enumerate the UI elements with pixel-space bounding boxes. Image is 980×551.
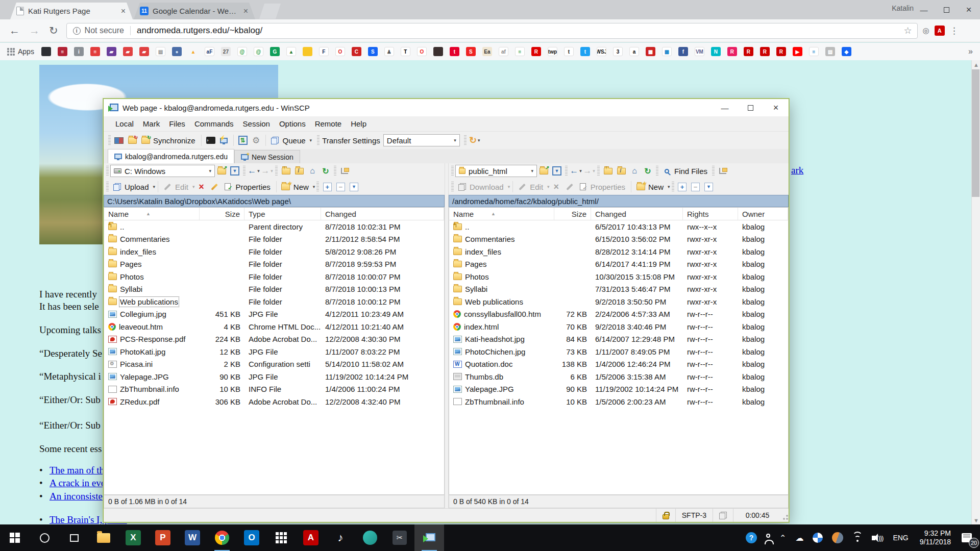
maximize-button[interactable] xyxy=(935,0,958,19)
bookmark-favicon[interactable] xyxy=(41,47,51,56)
filter-icon[interactable]: ▼ xyxy=(550,165,564,177)
forward-navigation-icon[interactable]: →▾ xyxy=(260,165,274,177)
file-row[interactable]: index_files 8/28/2012 3:14:14 PM rwxr-xr… xyxy=(449,245,788,258)
edit-icon[interactable] xyxy=(516,181,529,193)
winscp-minimize-button[interactable]: — xyxy=(712,99,738,116)
bookmark-favicon[interactable]: @ xyxy=(254,47,263,56)
app-tray-icon[interactable] xyxy=(827,524,848,551)
bookmark-favicon[interactable]: ▤ xyxy=(825,47,835,56)
menu-options[interactable]: Options xyxy=(275,117,310,130)
new-icon[interactable]: ★ xyxy=(634,181,647,193)
queue-dropdown-icon[interactable]: ▾ xyxy=(310,138,312,143)
bookmark-favicon[interactable]: ▲ xyxy=(286,47,296,56)
bookmark-favicon[interactable]: ▲ xyxy=(188,47,198,56)
file-row[interactable]: Web publications File folder 8/7/2018 10… xyxy=(104,295,444,308)
refresh-panels-icon[interactable]: ⇅ xyxy=(236,134,250,146)
column-header-changed[interactable]: Changed xyxy=(321,208,444,220)
page-link-fragment[interactable]: ark xyxy=(791,165,803,176)
remote-path-bar[interactable]: /andromeda/home/fac2/kbalog/public_html/ xyxy=(449,195,789,207)
bookmark-favicon[interactable]: ≡ xyxy=(90,47,100,56)
dropbox-icon[interactable] xyxy=(808,524,827,551)
taskbar-app-media-app[interactable] xyxy=(355,524,385,551)
bookmark-favicon[interactable]: 27 xyxy=(221,47,231,56)
cortana-button[interactable] xyxy=(30,524,59,551)
bookmark-favicon[interactable]: ≡ xyxy=(58,47,67,56)
taskbar-app-acrobat[interactable]: A xyxy=(296,524,326,551)
upload-label[interactable]: Upload xyxy=(124,183,152,191)
bookmark-favicon[interactable] xyxy=(303,47,312,56)
winscp-titlebar[interactable]: Web page - kbalog@andromeda.rutgers.edu … xyxy=(104,99,789,116)
bookmark-favicon[interactable]: F xyxy=(319,47,329,56)
file-row[interactable]: index_files File folder 5/8/2012 9:08:26… xyxy=(104,245,444,258)
bookmark-favicon[interactable]: af xyxy=(499,47,508,56)
file-row[interactable]: Collegium.jpg 451 KB JPG File 4/12/2011 … xyxy=(104,308,444,321)
local-drive-combo[interactable]: C: Windows ▾ xyxy=(110,165,215,177)
file-row[interactable]: Commentaries File folder 2/11/2012 8:58:… xyxy=(104,233,444,246)
bookmark-favicon[interactable]: ▦ xyxy=(662,47,672,56)
file-row[interactable]: PhotoChichen.jpg 73 KB 1/11/2007 8:49:05… xyxy=(449,345,788,358)
new-icon[interactable]: ★ xyxy=(279,181,292,193)
bookmark-favicon[interactable]: ◆ xyxy=(842,47,851,56)
parent-directory-icon[interactable]: ↑ xyxy=(601,165,615,177)
file-row[interactable]: Commentaries 6/15/2010 3:56:02 PM rwxr-x… xyxy=(449,233,788,246)
synchronize-icon[interactable]: ↻ xyxy=(139,134,152,146)
bookmark-favicon[interactable]: Ea xyxy=(482,47,492,56)
refresh-icon[interactable]: ↻ xyxy=(641,165,654,177)
remote-command-icon[interactable]: ⚡ xyxy=(217,134,231,146)
file-row[interactable]: Web publications 9/2/2018 3:50:50 PM rwx… xyxy=(449,295,788,308)
bookmark-favicon[interactable]: R xyxy=(744,47,753,56)
edit-icon[interactable] xyxy=(161,181,174,193)
preferences-gear-icon[interactable]: ⚙ xyxy=(250,134,263,146)
people-icon[interactable] xyxy=(762,524,775,551)
close-button[interactable]: × xyxy=(958,0,980,19)
download-icon[interactable] xyxy=(455,181,469,193)
forward-navigation-icon[interactable]: →▾ xyxy=(582,165,596,177)
address-bar[interactable]: i Not secure andromeda.rutgers.edu/~kbal… xyxy=(66,23,918,39)
page-link[interactable]: The man of the xyxy=(50,465,109,476)
file-row[interactable]: Photos File folder 8/7/2018 10:00:07 PM xyxy=(104,270,444,283)
select-minus-icon[interactable]: − xyxy=(689,181,702,193)
home-directory-icon[interactable]: ⌂ xyxy=(628,165,641,177)
bookmark-favicon[interactable]: R xyxy=(760,47,770,56)
menu-remote[interactable]: Remote xyxy=(310,117,347,130)
directory-tree-icon[interactable] xyxy=(716,165,729,177)
file-row[interactable]: Thumbs.db 6 KB 1/5/2006 3:15:38 AM rw-r-… xyxy=(449,370,788,383)
apps-label[interactable]: Apps xyxy=(18,47,34,56)
synchronize-browsing-icon[interactable]: ↻▾ xyxy=(468,134,481,146)
sync-browsing-icon[interactable]: ↻ xyxy=(126,134,139,146)
bookmark-favicon[interactable]: VM xyxy=(695,47,704,56)
bookmark-favicon[interactable]: S xyxy=(368,47,378,56)
taskbar-app-file-explorer[interactable] xyxy=(89,524,118,551)
bookmarks-overflow-icon[interactable]: » xyxy=(968,47,973,56)
find-files-icon[interactable] xyxy=(660,165,673,177)
file-row[interactable]: Quotation.doc 138 KB 1/4/2006 12:46:24 P… xyxy=(449,358,788,371)
resize-grip[interactable] xyxy=(781,509,789,522)
bookmark-favicon[interactable]: t xyxy=(564,47,574,56)
file-row[interactable]: Yalepage.JPG 90 KB JPG File 11/19/2002 1… xyxy=(104,370,444,383)
console-icon[interactable]: › xyxy=(204,134,217,146)
bookmark-star-icon[interactable]: ☆ xyxy=(903,25,917,36)
edit-file-icon[interactable]: ✓ xyxy=(576,181,590,193)
file-row[interactable]: ZRedux.pdf 306 KB Adobe Acrobat Do... 12… xyxy=(104,395,444,408)
new-tab-button[interactable] xyxy=(259,4,281,19)
bookmark-favicon[interactable]: G xyxy=(270,47,280,56)
winscp-maximize-button[interactable] xyxy=(738,99,763,116)
rename-icon[interactable] xyxy=(208,181,221,193)
bookmark-favicon[interactable]: ▰ xyxy=(139,47,149,56)
bookmark-favicon[interactable]: t xyxy=(450,47,459,56)
extension-adobe-icon[interactable]: A xyxy=(935,26,945,36)
bookmark-favicon[interactable]: ≡ xyxy=(515,47,525,56)
tab-google-calendar[interactable]: 11 Google Calendar - Wedne × xyxy=(134,3,255,19)
menu-files[interactable]: Files xyxy=(164,117,190,130)
tab-close-icon[interactable]: × xyxy=(242,7,249,16)
bookmark-favicon[interactable]: R xyxy=(727,47,737,56)
edit-label[interactable]: Edit xyxy=(174,183,191,191)
new-label[interactable]: New xyxy=(292,183,312,191)
taskbar-app-winscp[interactable] xyxy=(414,524,444,551)
wifi-icon[interactable] xyxy=(848,524,867,551)
file-row[interactable]: Syllabi 7/31/2013 5:46:47 PM rwxr-xr-x k… xyxy=(449,283,788,296)
taskbar-app-word[interactable]: W xyxy=(178,524,207,551)
hidden-icons-chevron[interactable]: ⌃ xyxy=(775,524,791,551)
root-directory-icon[interactable]: / xyxy=(292,165,306,177)
menu-session[interactable]: Session xyxy=(238,117,275,130)
